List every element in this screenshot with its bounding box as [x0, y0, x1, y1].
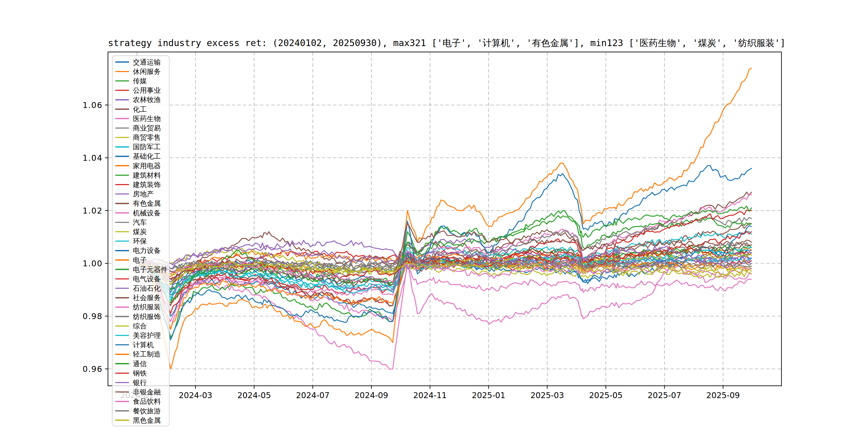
legend-line-swatch: [115, 410, 129, 411]
chart-title: strategy industry excess ret: (20240102,…: [108, 37, 781, 49]
legend-line-swatch: [115, 146, 129, 148]
legend-line-swatch: [115, 401, 129, 402]
legend-item-餐饮旅游: 餐饮旅游: [115, 406, 169, 415]
legend-item-传媒: 传媒: [115, 76, 169, 86]
y-tick-label: 0.98: [83, 312, 103, 321]
legend-line-swatch: [115, 316, 129, 317]
legend-item-电子元器件: 电子元器件: [115, 265, 169, 274]
legend-item-有色金属: 有色金属: [115, 199, 169, 208]
legend-line-swatch: [115, 212, 129, 214]
legend-label: 商业贸易: [133, 125, 161, 131]
legend-item-轻工制造: 轻工制造: [115, 350, 169, 359]
x-tick-label: 2025-05: [589, 391, 623, 400]
legend-item-食品饮料: 食品饮料: [115, 397, 169, 406]
legend-label: 国防军工: [133, 143, 161, 150]
legend-label: 基础化工: [133, 153, 161, 160]
legend-label: 家用电器: [133, 162, 161, 169]
legend-label: 房地产: [133, 190, 154, 197]
legend-line-swatch: [115, 250, 129, 251]
legend-label: 传媒: [133, 78, 147, 84]
legend-line-swatch: [115, 335, 129, 336]
legend-line-swatch: [115, 156, 129, 157]
legend-line-swatch: [115, 193, 129, 195]
legend-item-钢铁: 钢铁: [115, 368, 169, 378]
legend-line-swatch: [115, 127, 129, 129]
x-tick-label: 2024-09: [355, 391, 388, 400]
legend-item-房地产: 房地产: [115, 189, 169, 199]
legend-label: 纺织服饰: [133, 313, 161, 320]
legend-item-通信: 通信: [115, 359, 169, 368]
legend-label: 煤炭: [133, 228, 147, 235]
legend-item-商业贸易: 商业贸易: [115, 123, 169, 133]
legend-item-商贸零售: 商贸零售: [115, 133, 169, 142]
legend-line-swatch: [115, 344, 129, 346]
legend-item-纺织服饰: 纺织服饰: [115, 312, 169, 321]
legend-line-swatch: [115, 278, 129, 280]
legend-label: 休闲服务: [133, 68, 161, 75]
x-tick-label: 2025-01: [472, 391, 505, 400]
legend-line-swatch: [115, 90, 129, 91]
legend-item-汽车: 汽车: [115, 218, 169, 227]
series-group: [138, 68, 751, 369]
x-tick-label: 2025-03: [530, 391, 564, 400]
legend-label: 食品饮料: [133, 398, 161, 405]
x-tick-label: 2025-09: [706, 391, 740, 400]
legend-label: 汽车: [133, 219, 147, 226]
legend-label: 非银金融: [133, 389, 161, 396]
legend-line-swatch: [115, 392, 129, 393]
legend-item-农林牧渔: 农林牧渔: [115, 95, 169, 104]
legend-label: 建筑装饰: [133, 181, 161, 188]
legend-line-swatch: [115, 184, 129, 185]
legend-label: 通信: [133, 360, 147, 367]
x-tick-label: 2024-05: [237, 391, 271, 400]
x-tick-label: 2024-07: [296, 391, 330, 400]
legend-label: 医药生物: [133, 115, 161, 122]
legend-item-社会服务: 社会服务: [115, 293, 169, 303]
legend-item-美容护理: 美容护理: [115, 331, 169, 340]
legend-item-非银金融: 非银金融: [115, 388, 169, 397]
legend-label: 交通运输: [133, 59, 161, 66]
legend-label: 纺织服装: [133, 304, 161, 310]
x-tick-label: 2025-07: [648, 391, 681, 400]
legend-item-石油石化: 石油石化: [115, 284, 169, 293]
y-tick-label: 1.00: [83, 259, 103, 268]
legend-line-swatch: [115, 99, 129, 100]
legend-item-休闲服务: 休闲服务: [115, 67, 169, 76]
legend-line-swatch: [115, 297, 129, 299]
legend-item-电子: 电子: [115, 255, 169, 265]
y-tick-label: 1.04: [83, 153, 103, 163]
legend-label: 电子元器件: [133, 266, 168, 273]
legend-label: 石油石化: [133, 285, 161, 292]
legend-line-swatch: [115, 231, 129, 232]
legend-item-综合: 综合: [115, 321, 169, 331]
legend-line-swatch: [115, 222, 129, 223]
legend-line-swatch: [115, 61, 129, 63]
legend-line-swatch: [115, 269, 129, 270]
legend-line-swatch: [115, 71, 129, 72]
legend-label: 电力设备: [133, 247, 161, 254]
legend-box: 交通运输休闲服务传媒公用事业农林牧渔化工医药生物商业贸易商贸零售国防军工基础化工…: [112, 56, 169, 426]
legend-line-swatch: [115, 203, 129, 204]
legend-line-swatch: [115, 118, 129, 119]
y-tick-label: 0.96: [83, 364, 103, 374]
legend-label: 社会服务: [133, 294, 161, 301]
legend-item-基础化工: 基础化工: [115, 152, 169, 161]
legend-label: 银行: [133, 379, 147, 386]
legend-item-煤炭: 煤炭: [115, 227, 169, 236]
legend-label: 农林牧渔: [133, 96, 161, 103]
legend-label: 钢铁: [133, 370, 147, 377]
legend-line-swatch: [115, 137, 129, 138]
legend-line-swatch: [115, 363, 129, 364]
legend-line-swatch: [115, 81, 129, 82]
legend-label: 化工: [133, 106, 147, 113]
legend-line-swatch: [115, 353, 129, 355]
legend-line-swatch: [115, 373, 129, 374]
legend-line-swatch: [115, 420, 129, 421]
legend-label: 餐饮旅游: [133, 407, 161, 414]
legend-label: 轻工制造: [133, 351, 161, 358]
legend-line-swatch: [115, 288, 129, 289]
legend-label: 电气设备: [133, 275, 161, 282]
legend-item-银行: 银行: [115, 378, 169, 387]
legend-item-黑色金属: 黑色金属: [115, 415, 169, 425]
legend-line-swatch: [115, 165, 129, 166]
